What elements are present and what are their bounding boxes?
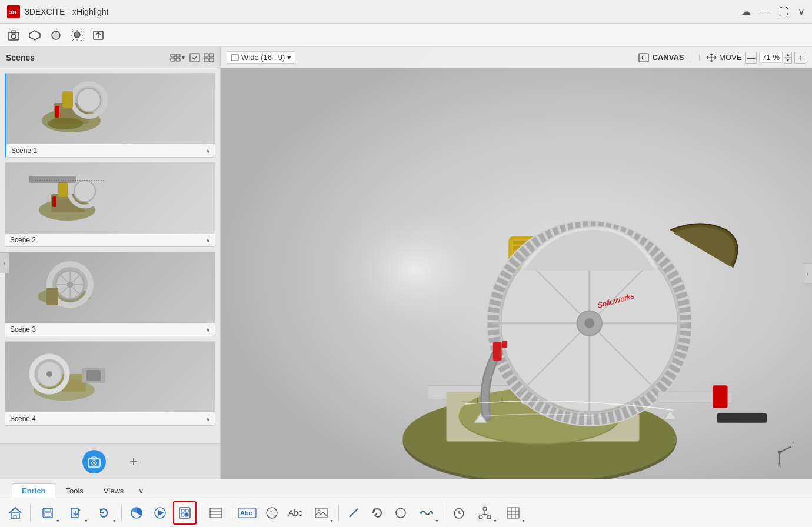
collapse-right-btn[interactable]: › bbox=[803, 263, 812, 284]
undo-btn[interactable]: ▼ bbox=[91, 502, 117, 523]
collapse-panel-btn[interactable]: ‹ bbox=[0, 252, 9, 273]
export-toolbar-btn[interactable] bbox=[89, 27, 107, 44]
viewport-3d[interactable]: SolidWorks bbox=[221, 68, 812, 479]
play-btn[interactable] bbox=[149, 502, 171, 523]
panel-grid-btn[interactable] bbox=[204, 53, 214, 62]
home-btn[interactable] bbox=[5, 502, 26, 523]
image-btn[interactable]: ▼ bbox=[308, 502, 334, 523]
svg-point-122 bbox=[420, 512, 422, 514]
svg-point-95 bbox=[778, 451, 781, 454]
svg-rect-85 bbox=[502, 341, 507, 348]
add-scene-btn[interactable]: + bbox=[129, 453, 138, 470]
viewport-area: Wide (16 : 9) ▾ CANVAS | MOVE bbox=[221, 47, 812, 479]
plain-text-btn[interactable]: Abc bbox=[285, 502, 306, 523]
sep-4 bbox=[231, 505, 231, 521]
scene-item-3[interactable]: Scene 3 ∨ bbox=[5, 252, 215, 336]
tab-more-dropdown[interactable]: ∨ bbox=[134, 484, 149, 498]
minimize-button[interactable]: — bbox=[760, 6, 770, 17]
table-dropdown-arrow: ▼ bbox=[521, 519, 525, 523]
scene-1-label: Scene 1 bbox=[11, 146, 37, 155]
sep-2 bbox=[121, 505, 122, 521]
svg-rect-101 bbox=[71, 508, 78, 518]
panel-header: Scenes ▼ bbox=[0, 47, 220, 68]
scene-4-label: Scene 4 bbox=[10, 415, 36, 423]
top-toolbar bbox=[0, 24, 812, 47]
camera-toolbar-btn[interactable] bbox=[5, 27, 22, 44]
move-mode[interactable]: MOVE bbox=[706, 53, 741, 62]
aspect-ratio-selector[interactable]: Wide (16 : 9) ▾ bbox=[227, 51, 295, 64]
scene-item-4[interactable]: Scene 4 ∨ bbox=[5, 341, 215, 426]
timer-btn[interactable] bbox=[448, 502, 470, 523]
svg-text:1: 1 bbox=[270, 509, 274, 516]
panel-select-btn[interactable] bbox=[189, 53, 200, 62]
svg-rect-100 bbox=[44, 513, 51, 516]
circle-shape-btn[interactable] bbox=[390, 502, 411, 523]
svg-rect-88 bbox=[717, 413, 767, 423]
branch-btn[interactable]: ▼ bbox=[472, 502, 498, 523]
panel-sort-btn[interactable]: ▼ bbox=[170, 53, 186, 62]
title-bar: 3D 3DEXCITE - xHighlight ☁ — ⛶ ∨ bbox=[0, 0, 812, 24]
scene-thumbnail-4 bbox=[5, 342, 215, 412]
svg-rect-87 bbox=[713, 385, 727, 408]
material-toolbar-btn[interactable] bbox=[47, 27, 65, 44]
undo-dropdown-arrow: ▼ bbox=[112, 519, 117, 523]
menu-button[interactable]: ∨ bbox=[798, 6, 805, 17]
scene-thumbnail-3 bbox=[5, 252, 215, 323]
text-tag-btn[interactable]: Abc bbox=[235, 502, 259, 523]
zoom-down-btn[interactable]: ▼ bbox=[784, 58, 792, 64]
zoom-spinner[interactable]: ▲ ▼ bbox=[784, 52, 792, 64]
tab-enrich[interactable]: Enrich bbox=[12, 483, 55, 498]
scene-4-dropdown[interactable]: ∨ bbox=[206, 416, 210, 422]
arrow-btn[interactable] bbox=[343, 502, 364, 523]
svg-rect-29 bbox=[58, 182, 68, 197]
svg-rect-108 bbox=[185, 509, 188, 512]
scene-item-1[interactable]: Scene 1 ∨ bbox=[5, 73, 215, 158]
svg-rect-54 bbox=[639, 54, 648, 62]
svg-text:Y: Y bbox=[793, 441, 794, 446]
tab-tools[interactable]: Tools bbox=[55, 483, 93, 498]
maximize-button[interactable]: ⛶ bbox=[779, 6, 788, 17]
zoom-out-btn[interactable]: — bbox=[745, 52, 757, 64]
svg-rect-51 bbox=[92, 457, 96, 459]
save-btn[interactable]: ▼ bbox=[35, 502, 61, 523]
zoom-up-btn[interactable]: ▲ bbox=[784, 52, 792, 58]
move-label-text: MOVE bbox=[719, 53, 741, 62]
panel-header-actions: ▼ bbox=[170, 53, 214, 62]
sep-5 bbox=[338, 505, 339, 521]
scene-2-dropdown[interactable]: ∨ bbox=[206, 237, 210, 244]
render-btn[interactable] bbox=[126, 502, 147, 523]
scene-item-2[interactable]: Scene 2 ∨ bbox=[5, 162, 215, 247]
tab-views[interactable]: Views bbox=[94, 483, 134, 498]
scene-1-dropdown[interactable]: ∨ bbox=[206, 148, 210, 154]
scene-3-dropdown[interactable]: ∨ bbox=[206, 326, 210, 333]
zoom-controls: — 71 % ▲ ▼ + bbox=[745, 52, 806, 64]
title-bar-controls: ☁ — ⛶ ∨ bbox=[741, 6, 805, 17]
svg-rect-109 bbox=[181, 513, 184, 516]
table-btn[interactable]: ▼ bbox=[500, 502, 526, 523]
zoom-in-btn[interactable]: + bbox=[794, 52, 806, 64]
svg-point-7 bbox=[74, 32, 80, 38]
svg-rect-111 bbox=[210, 508, 222, 518]
light-toolbar-btn[interactable] bbox=[68, 27, 86, 44]
svg-point-127 bbox=[483, 507, 487, 511]
interact-btn[interactable] bbox=[173, 501, 197, 525]
cloud-button[interactable]: ☁ bbox=[741, 6, 751, 17]
svg-rect-107 bbox=[181, 509, 184, 512]
svg-point-24 bbox=[48, 118, 83, 129]
svg-line-132 bbox=[485, 514, 489, 515]
circle-number-btn[interactable]: 1 bbox=[261, 502, 282, 523]
svg-rect-15 bbox=[209, 54, 214, 57]
capture-scene-btn[interactable] bbox=[82, 450, 106, 473]
svg-rect-12 bbox=[176, 58, 180, 61]
path-btn[interactable]: ▼ bbox=[414, 502, 440, 523]
loop-btn[interactable] bbox=[367, 502, 388, 523]
svg-point-3 bbox=[11, 34, 16, 39]
svg-point-121 bbox=[396, 508, 405, 518]
sep-1 bbox=[30, 505, 31, 521]
import-dropdown-arrow: ▼ bbox=[84, 519, 88, 523]
model-toolbar-btn[interactable] bbox=[26, 27, 44, 44]
sep-3 bbox=[201, 505, 201, 521]
svg-rect-96 bbox=[11, 513, 19, 519]
import-btn[interactable]: ▼ bbox=[63, 502, 89, 523]
layout-btn[interactable] bbox=[205, 502, 227, 523]
